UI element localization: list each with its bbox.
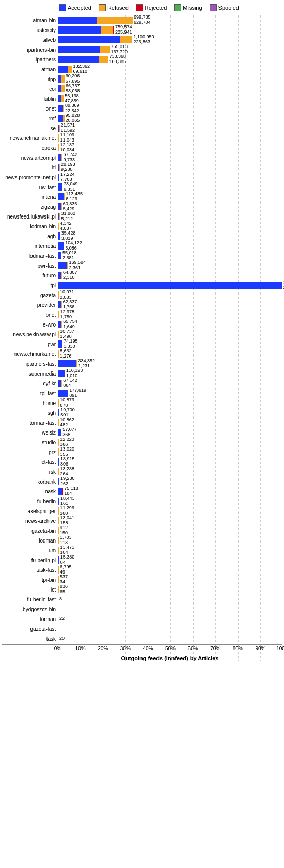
bar-values: 113,4356,129 <box>66 192 83 202</box>
row-label: task <box>2 636 58 642</box>
bar-values: 13,041158 <box>60 516 74 526</box>
bar-segment-refused <box>59 556 59 564</box>
bar-and-values: 1,703113 <box>58 535 282 546</box>
bar-values: 733,368160,385 <box>109 54 126 65</box>
bar-segment-accepted <box>58 66 68 73</box>
table-row: news.artcom.pl67,7429,733 <box>2 153 282 162</box>
row-label: news.netmaniak.net <box>2 135 58 141</box>
bar-container <box>58 331 59 338</box>
bar-values: 12,220366 <box>60 437 74 447</box>
table-row: opoka12,18710,034 <box>2 143 282 152</box>
row-label: agh <box>2 234 58 239</box>
table-row: news.chmurka.net8,6321,276 <box>2 349 282 359</box>
table-row: news.pekin.waw.pl10,7371,498 <box>2 330 282 339</box>
table-row: gazeta10,0712,033 <box>2 290 282 300</box>
bar-values: 759,574225,941 <box>115 25 132 35</box>
bar-container <box>58 458 59 466</box>
x-tick-label-60: 60% <box>188 646 198 652</box>
bar-values: 11,296160 <box>60 506 74 516</box>
row-label: ipartners-fast <box>2 361 58 367</box>
bar-values: 28,1939,280 <box>61 162 75 173</box>
table-row: torman22 <box>2 614 282 624</box>
bar-segment-accepted <box>58 193 64 200</box>
bar-container <box>58 360 77 367</box>
bar-container <box>58 223 59 230</box>
table-row: interia113,4356,129 <box>2 192 282 202</box>
table-row: sgh19,700501 <box>2 408 282 417</box>
bar-values: 57,077368 <box>62 427 77 438</box>
bar-and-values: 116,3231,010 <box>58 368 282 379</box>
table-row: home10,873678 <box>2 398 282 408</box>
chart-container: AcceptedRefusedRejectedMissingSpooled at… <box>0 0 284 677</box>
bar-and-values: 64,8072,310 <box>58 270 282 281</box>
bar-segment-refused <box>58 517 59 524</box>
table-row: ict-fast18,915306 <box>2 457 282 467</box>
bar-segment-accepted <box>58 46 100 53</box>
bar-values: 12,9781,750 <box>60 309 74 320</box>
bar-values: 83665 <box>60 584 68 595</box>
bar-values: 182,36269,610 <box>73 64 90 74</box>
bar-segment-refused <box>282 282 282 289</box>
bar-values: 65,7541,649 <box>63 319 77 330</box>
bar-container <box>58 468 59 475</box>
bar-and-values <box>58 606 282 613</box>
bar-segment-accepted <box>58 36 120 43</box>
table-row: bnet12,9781,750 <box>2 310 282 319</box>
bar-and-values: 22 <box>58 615 282 623</box>
bar-segment-refused <box>58 291 59 299</box>
row-label: silveb <box>2 37 58 43</box>
bar-container <box>58 56 108 63</box>
table-row: rsk13,288264 <box>2 467 282 476</box>
bar-container <box>58 537 59 544</box>
bar-values: 8 <box>59 597 62 602</box>
bar-and-values: 12,220366 <box>58 437 282 447</box>
table-row: itl28,1939,280 <box>2 163 282 172</box>
legend-color-missing <box>174 4 181 11</box>
row-label: newsfeed.lukawski.pl <box>2 214 58 220</box>
table-row: newsfeed.lukawski.pl31,8625,212 <box>2 212 282 221</box>
bar-segment-refused <box>61 154 62 161</box>
bar-segment-refused <box>58 134 59 142</box>
bar-and-values: 18,443161 <box>58 496 282 506</box>
table-row: rmf95,82820,065 <box>2 114 282 123</box>
table-row: coi66,73753,058 <box>2 84 282 94</box>
bar-and-values: 11,296160 <box>58 506 282 516</box>
bar-values: 19,700501 <box>60 408 75 418</box>
grid-line-100 <box>283 16 283 661</box>
row-label: um <box>2 548 58 553</box>
table-row: prz13,020355 <box>2 447 282 457</box>
bar-segment-refused <box>58 566 59 574</box>
table-row: fu-berlin18,443161 <box>2 497 282 506</box>
bar-container <box>58 26 114 34</box>
legend-color-spooled <box>210 4 217 11</box>
x-tick-label-80: 80% <box>233 646 243 652</box>
bar-values: 116,3231,010 <box>66 368 83 379</box>
table-row: zigzag60,8355,429 <box>2 202 282 211</box>
bar-container <box>58 134 59 142</box>
table-row: bydgoszcz-bin <box>2 605 282 614</box>
bar-container <box>58 507 59 515</box>
row-label: korbank <box>2 479 58 485</box>
bar-segment-refused <box>58 223 59 230</box>
table-row: supermedia116,3231,010 <box>2 369 282 378</box>
bar-values: 60,8355,429 <box>63 202 77 212</box>
x-axis-ticks: 0%10%20%30%40%50%60%70%80%90%100% <box>58 645 282 653</box>
row-label: ict-fast <box>2 459 58 465</box>
table-row: news.promontel.net.pl17,2247,708 <box>2 173 282 182</box>
bar-segment-refused <box>63 105 64 112</box>
table-row: atman182,36269,610 <box>2 65 282 74</box>
bar-and-values: 10,7371,498 <box>58 329 282 339</box>
bar-values: 55,0182,581 <box>62 251 77 261</box>
row-label: wsisiz <box>2 430 58 436</box>
table-row: pwr-fast169,5842,361 <box>2 261 282 270</box>
row-label: news.promontel.net.pl <box>2 175 58 180</box>
bar-values: 11,10911,043 <box>60 133 74 143</box>
bar-segment-refused <box>67 262 68 269</box>
bar-container <box>58 615 58 623</box>
bar-and-values: 88,36922,542 <box>58 103 282 114</box>
row-label: e-wro <box>2 322 58 328</box>
x-axis-label: Outgoing feeds (innfeed) by Articles <box>2 655 282 661</box>
legend-item-spooled: Spooled <box>210 4 239 11</box>
table-row: ipartners-bin755,013167,720 <box>2 45 282 54</box>
bar-container <box>58 75 65 83</box>
